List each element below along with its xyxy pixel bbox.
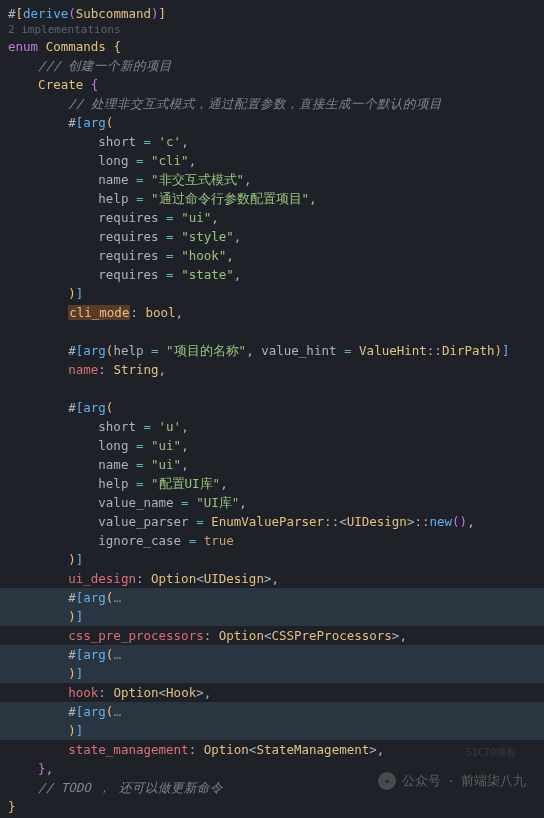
code-line: requires = "style",	[0, 227, 544, 246]
codelens-hint[interactable]: 2 implementations	[0, 23, 544, 37]
highlighted-field: cli_mode	[68, 305, 130, 320]
code-line: #[derive(Subcommand)]	[0, 4, 544, 23]
code-line: short = 'u',	[0, 417, 544, 436]
code-line: requires = "hook",	[0, 246, 544, 265]
code-line: name = "非交互式模式",	[0, 170, 544, 189]
code-line: long = "cli",	[0, 151, 544, 170]
code-line	[0, 379, 544, 398]
code-line: enum Commands {	[0, 37, 544, 56]
code-line: )]	[0, 550, 544, 569]
code-line: #[arg(help = "项目的名称", value_hint = Value…	[0, 341, 544, 360]
code-line: }	[0, 797, 544, 816]
code-line: name = "ui",	[0, 455, 544, 474]
code-line: // 处理非交互式模式，通过配置参数，直接生成一个默认的项目	[0, 94, 544, 113]
blog-watermark: 51CTO博客	[466, 743, 516, 762]
code-line: short = 'c',	[0, 132, 544, 151]
code-line: state_management: Option<StateManagement…	[0, 740, 544, 759]
folded-line[interactable]: #[arg(…	[0, 702, 544, 721]
watermark-name: 前端柒八九	[461, 771, 526, 790]
watermark: ✦ 公众号 · 前端柒八九	[378, 771, 526, 790]
code-line: #[arg(	[0, 398, 544, 417]
code-line: )]	[0, 607, 544, 626]
code-line: help = "通过命令行参数配置项目",	[0, 189, 544, 208]
code-line: Create {	[0, 75, 544, 94]
code-line: )]	[0, 284, 544, 303]
code-line: help = "配置UI库",	[0, 474, 544, 493]
code-line: #[arg(	[0, 113, 544, 132]
code-line	[0, 322, 544, 341]
code-line: ui_design: Option<UIDesign>,	[0, 569, 544, 588]
code-line: )]	[0, 721, 544, 740]
code-line: ignore_case = true	[0, 531, 544, 550]
folded-line[interactable]: #[arg(…	[0, 588, 544, 607]
watermark-label: 公众号	[402, 771, 441, 790]
code-line: cli_mode: bool,	[0, 303, 544, 322]
code-line: name: String,	[0, 360, 544, 379]
code-line: value_parser = EnumValueParser::<UIDesig…	[0, 512, 544, 531]
folded-line[interactable]: #[arg(…	[0, 645, 544, 664]
code-line: requires = "ui",	[0, 208, 544, 227]
code-line: requires = "state",	[0, 265, 544, 284]
code-editor[interactable]: #[derive(Subcommand)] 2 implementations …	[0, 0, 544, 818]
code-line: long = "ui",	[0, 436, 544, 455]
code-line: )]	[0, 664, 544, 683]
code-line: css_pre_processors: Option<CSSPreProcess…	[0, 626, 544, 645]
code-line: hook: Option<Hook>,	[0, 683, 544, 702]
code-line: value_name = "UI库",	[0, 493, 544, 512]
code-line: /// 创建一个新的项目	[0, 56, 544, 75]
wechat-icon: ✦	[378, 772, 396, 790]
